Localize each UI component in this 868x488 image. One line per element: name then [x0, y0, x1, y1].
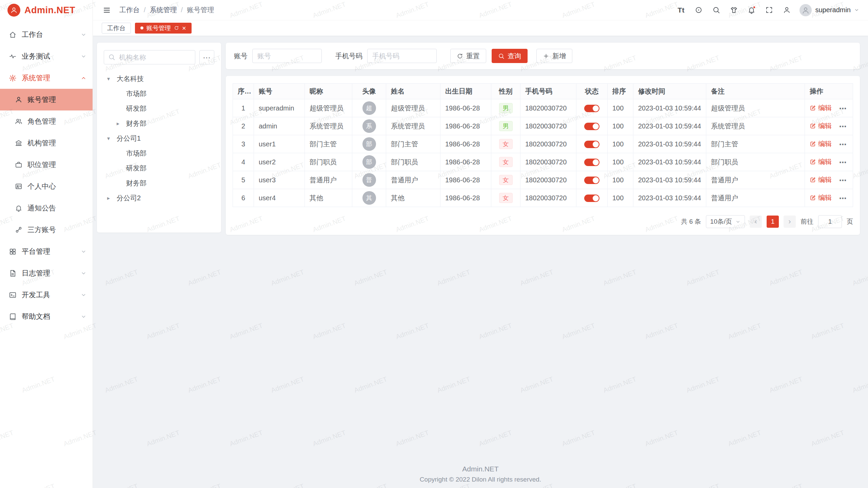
edit-button[interactable]: 编辑 [810, 175, 832, 184]
prev-page-button[interactable]: ‹ [750, 216, 762, 228]
cell-name: 系统管理员 [386, 117, 440, 135]
phone-filter-input[interactable] [367, 49, 437, 63]
account-filter-input[interactable] [252, 49, 322, 63]
col-remark: 备注 [706, 84, 805, 99]
notification-bell-icon[interactable] [744, 3, 759, 17]
goto-label: 前往 [801, 217, 813, 226]
pulse-icon [9, 53, 17, 60]
tree-node-label: 研发部 [126, 104, 146, 113]
edit-button[interactable]: 编辑 [810, 157, 832, 166]
sidebar-item-account-mgmt[interactable]: 账号管理 [0, 89, 93, 110]
tree-node-branch1[interactable]: ▾ 分公司1 [104, 131, 214, 146]
sidebar-item-notice[interactable]: 通知公告 [0, 197, 93, 219]
cell-account: user2 [254, 153, 305, 171]
profile-icon[interactable] [779, 3, 794, 17]
edit-button[interactable]: 编辑 [810, 121, 832, 130]
tree-node-dept[interactable]: 市场部 [104, 86, 214, 101]
sidebar-item-role-mgmt[interactable]: 角色管理 [0, 110, 93, 132]
cell-nickname: 普通用户 [305, 171, 352, 189]
tree-node-dept[interactable]: 财务部 [104, 176, 214, 190]
sidebar-item-dev-tools[interactable]: 开发工具 [0, 284, 93, 306]
goto-page-input[interactable] [818, 215, 842, 228]
avatar: 超 [362, 101, 376, 115]
tree-node-dept[interactable]: 研发部 [104, 101, 214, 116]
font-size-icon[interactable]: Tt [673, 3, 688, 17]
caret-collapsed-icon[interactable]: ▸ [117, 120, 126, 127]
org-search-input[interactable] [104, 50, 195, 64]
user-menu[interactable]: superadmin [800, 4, 859, 16]
sidebar-item-business-test[interactable]: 业务测试 [0, 45, 93, 67]
link-icon [15, 226, 22, 233]
tree-node-dept[interactable]: 研发部 [104, 161, 214, 176]
gender-badge: 男 [499, 121, 513, 131]
sidebar-item-org-mgmt[interactable]: 机构管理 [0, 132, 93, 154]
component-size-icon[interactable] [691, 3, 706, 17]
caret-expanded-icon[interactable]: ▾ [107, 76, 117, 82]
caret-collapsed-icon[interactable]: ▸ [107, 195, 117, 201]
more-actions-button[interactable]: ⋯ [839, 122, 847, 131]
tree-more-button[interactable]: … [199, 50, 214, 64]
search-icon[interactable] [709, 3, 724, 17]
sidebar-item-label: 系统管理 [22, 73, 50, 83]
breadcrumb-item[interactable]: 系统管理 [150, 5, 177, 15]
tree-node-branch2[interactable]: ▸ 分公司2 [104, 190, 214, 205]
sidebar-item-profile[interactable]: 个人中心 [0, 176, 93, 197]
edit-button[interactable]: 编辑 [810, 103, 832, 113]
page-size-select[interactable]: 10条/页 [706, 215, 745, 228]
sidebar-item-log-mgmt[interactable]: 日志管理 [0, 262, 93, 284]
sidebar-item-help-docs[interactable]: 帮助文档 [0, 306, 93, 327]
next-page-button[interactable]: › [784, 216, 796, 228]
page-number-button[interactable]: 1 [767, 216, 779, 228]
tree-node-dept[interactable]: ▸ 财务部 [104, 116, 214, 131]
edit-button[interactable]: 编辑 [810, 139, 832, 148]
cell-birth-date: 1986-06-28 [440, 135, 491, 153]
cell-index: 3 [233, 135, 254, 153]
more-actions-button[interactable]: ⋯ [839, 104, 847, 113]
status-toggle[interactable] [584, 195, 599, 202]
table-row: 1 superadmin 超级管理员 超 超级管理员 1986-06-28 男 … [233, 99, 853, 117]
tree-node-dept[interactable]: 市场部 [104, 146, 214, 161]
cell-modified-time: 2023-01-03 10:59:44 [633, 117, 706, 135]
cell-phone: 18020030720 [520, 153, 576, 171]
sidebar-item-system-mgmt[interactable]: 系统管理 [0, 67, 93, 89]
caret-expanded-icon[interactable]: ▾ [107, 135, 117, 142]
status-toggle[interactable] [584, 141, 599, 148]
sidebar-item-position-mgmt[interactable]: 职位管理 [0, 154, 93, 176]
col-nickname: 昵称 [305, 84, 352, 99]
status-toggle[interactable] [584, 159, 599, 166]
status-toggle[interactable] [584, 177, 599, 184]
refresh-icon[interactable] [174, 25, 179, 30]
avatar: 其 [362, 191, 376, 205]
reset-button[interactable]: 重置 [450, 49, 486, 63]
more-actions-button[interactable]: ⋯ [839, 194, 847, 203]
tag-workbench[interactable]: 工作台 [102, 23, 131, 34]
cell-name: 超级管理员 [386, 99, 440, 117]
sidebar-item-platform-mgmt[interactable]: 平台管理 [0, 241, 93, 262]
status-toggle[interactable] [584, 105, 599, 112]
breadcrumb-item-current: 账号管理 [187, 5, 214, 15]
accounts-table: 序号 账号 昵称 头像 姓名 出生日期 性别 手机号码 状态 排序 修改时间 备… [233, 83, 853, 207]
sidebar-item-label: 三方账号 [27, 225, 56, 235]
cell-actions: 编辑 ⋯ [805, 99, 853, 117]
tag-account-mgmt[interactable]: 账号管理 × [135, 23, 192, 34]
sidebar: Admin.NET 工作台 业务测试 系统管理 账号管理 [0, 0, 93, 488]
fullscreen-icon[interactable] [762, 3, 776, 17]
more-actions-button[interactable]: ⋯ [839, 140, 847, 149]
theme-skin-icon[interactable] [726, 3, 741, 17]
hamburger-menu-icon[interactable] [102, 5, 112, 15]
notification-badge [753, 6, 756, 9]
status-toggle[interactable] [584, 123, 599, 130]
close-icon[interactable]: × [182, 25, 186, 32]
cell-order: 100 [608, 153, 633, 171]
more-actions-button[interactable]: ⋯ [839, 158, 847, 167]
edit-button[interactable]: 编辑 [810, 193, 832, 202]
tree-node-company[interactable]: ▾ 大名科技 [104, 71, 214, 86]
gender-badge: 女 [499, 175, 513, 185]
sidebar-item-third-account[interactable]: 三方账号 [0, 219, 93, 241]
search-button[interactable]: 查询 [492, 49, 528, 63]
add-button[interactable]: 新增 [536, 49, 572, 63]
sidebar-item-workbench[interactable]: 工作台 [0, 24, 93, 45]
table-row: 4 user2 部门职员 部 部门职员 1986-06-28 女 1802003… [233, 153, 853, 171]
more-actions-button[interactable]: ⋯ [839, 176, 847, 185]
breadcrumb-item[interactable]: 工作台 [119, 5, 140, 15]
